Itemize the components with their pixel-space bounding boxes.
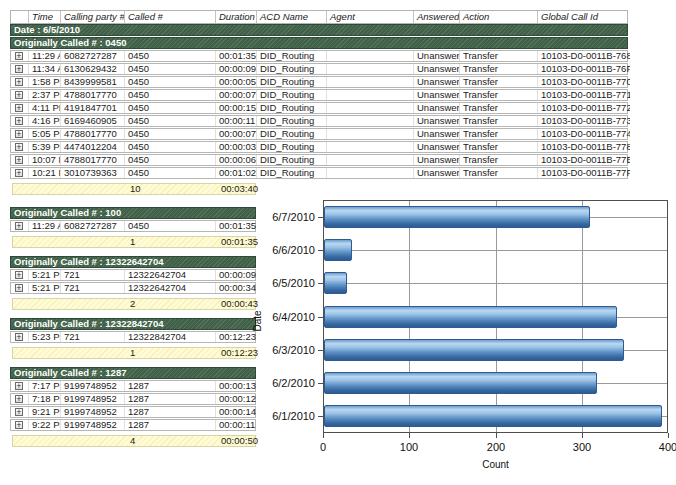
expand-row-button[interactable]: + (15, 143, 23, 151)
expand-cell: + (11, 270, 29, 280)
cell: Unanswered (414, 116, 460, 126)
cell: Transfer (460, 168, 538, 178)
cell: Transfer (460, 77, 538, 87)
group-band: Originally Called # : 12322642704 (10, 256, 256, 268)
expand-row-button[interactable]: + (15, 284, 23, 292)
column-header-spacer (11, 11, 29, 23)
expand-cell: + (11, 77, 29, 87)
y-tick-label: 6/6/2010 (261, 245, 315, 256)
cell (63, 348, 127, 358)
column-header-global-call-id: Global Call Id (538, 11, 630, 23)
expand-cell: + (11, 394, 29, 404)
expand-cell: + (11, 221, 29, 231)
expand-row-button[interactable]: + (15, 421, 23, 429)
cell: 6130629432 (61, 64, 125, 74)
cell: 5:23 PM (29, 332, 61, 342)
expand-row-button[interactable]: + (15, 271, 23, 279)
expand-row-button[interactable]: + (15, 169, 23, 177)
cell: DID_Routing (257, 64, 327, 74)
chart-bar (324, 272, 347, 294)
expand-row-button[interactable]: + (15, 408, 23, 416)
cell: 0450 (125, 90, 216, 100)
cell (13, 436, 31, 446)
column-header-called-: Called # (125, 11, 216, 23)
cell: Transfer (460, 116, 538, 126)
expand-row-button[interactable]: + (15, 52, 23, 60)
cell (63, 436, 127, 446)
expand-cell: + (11, 116, 29, 126)
cell: 1287 (125, 407, 216, 417)
expand-row-button[interactable]: + (15, 333, 23, 341)
cell: 0450 (125, 51, 216, 61)
table-row: +4:11 PM4191847701045000:00:15DID_Routin… (10, 102, 628, 114)
sub-group: Originally Called # : 100+11:29 AM608272… (10, 207, 256, 248)
cell (31, 348, 63, 358)
cell: 00:00:06 (216, 155, 257, 165)
cell: 10103-D0-0011B-771 (538, 90, 630, 100)
expand-row-button[interactable]: + (15, 65, 23, 73)
cell: 0450 (125, 221, 216, 231)
cell (63, 237, 127, 247)
cell: 00:00:03 (216, 142, 257, 152)
cell: 00:00:07 (216, 90, 257, 100)
cell: 0450 (125, 155, 216, 165)
cell: 4788017770 (61, 129, 125, 139)
cell: 7:18 PM (29, 394, 61, 404)
expand-row-button[interactable]: + (15, 156, 23, 164)
cell: 5:21 PM (29, 270, 61, 280)
expand-cell: + (11, 129, 29, 139)
group-summary-row: 100:12:23 (12, 347, 256, 359)
expand-row-button[interactable]: + (15, 222, 23, 230)
expand-row-button[interactable]: + (15, 78, 23, 86)
table-row: +2:37 PM4788017770045000:00:07DID_Routin… (10, 89, 628, 101)
cell: Unanswered (414, 168, 460, 178)
cell: 0450 (125, 168, 216, 178)
calls-by-date-chart: Date Count 6/7/20106/6/20106/5/20106/4/2… (250, 195, 676, 485)
table-row: +5:39 PM4474012204045000:00:03DID_Routin… (10, 141, 628, 153)
expand-row-button[interactable]: + (15, 130, 23, 138)
call-detail-table: TimeCalling party #Called #DurationACD N… (10, 10, 628, 195)
cell: Unanswered (414, 103, 460, 113)
sub-groups-section: Originally Called # : 100+11:29 AM608272… (10, 207, 256, 455)
cell (327, 168, 414, 178)
summary-total-duration: 00:03:40 (218, 184, 259, 194)
table-row: +4:16 PM6169460905045000:00:11DID_Routin… (10, 115, 628, 127)
expand-cell: + (11, 142, 29, 152)
cell (327, 64, 414, 74)
table-row: +5:23 PM7211232284270400:12:23 (10, 331, 256, 343)
cell: DID_Routing (257, 116, 327, 126)
table-row: +7:18 PM9199748952128700:00:12 (10, 393, 256, 405)
summary-count: 1 (127, 237, 218, 247)
expand-row-button[interactable]: + (15, 91, 23, 99)
column-header-time: Time (29, 11, 61, 23)
x-tick-label: 400 (648, 441, 676, 453)
group-band: Originally Called # : 12322842704 (10, 318, 256, 330)
expand-cell: + (11, 51, 29, 61)
cell: 721 (61, 332, 125, 342)
table-row: +10:21 PM3010739363045000:01:02DID_Routi… (10, 167, 628, 179)
cell: 7:17 PM (29, 381, 61, 391)
expand-row-button[interactable]: + (15, 395, 23, 403)
table-row: +1:58 PM8439999581045000:00:05DID_Routin… (10, 76, 628, 88)
expand-cell: + (11, 332, 29, 342)
cell: 9199748952 (61, 420, 125, 430)
y-tick-mark (318, 283, 323, 284)
table-row: +11:34 AM6130629432045000:00:09DID_Routi… (10, 63, 628, 75)
expand-row-button[interactable]: + (15, 117, 23, 125)
cell: 721 (61, 270, 125, 280)
cell: 1287 (125, 394, 216, 404)
cell: DID_Routing (257, 168, 327, 178)
cell: 6082727287 (61, 51, 125, 61)
main-group-rows: +11:29 AM6082727287045000:01:35DID_Routi… (10, 50, 628, 179)
column-header-acd-name: ACD Name (257, 11, 327, 23)
expand-row-button[interactable]: + (15, 104, 23, 112)
cell: 10103-D0-0011B-774 (538, 129, 630, 139)
group-summary-row: 100:01:35 (12, 236, 256, 248)
column-header-duration: Duration (216, 11, 257, 23)
cell: DID_Routing (257, 155, 327, 165)
cell: Unanswered (414, 77, 460, 87)
expand-row-button[interactable]: + (15, 382, 23, 390)
cell: 0450 (125, 64, 216, 74)
cell: 5:39 PM (29, 142, 61, 152)
cell: 0450 (125, 129, 216, 139)
